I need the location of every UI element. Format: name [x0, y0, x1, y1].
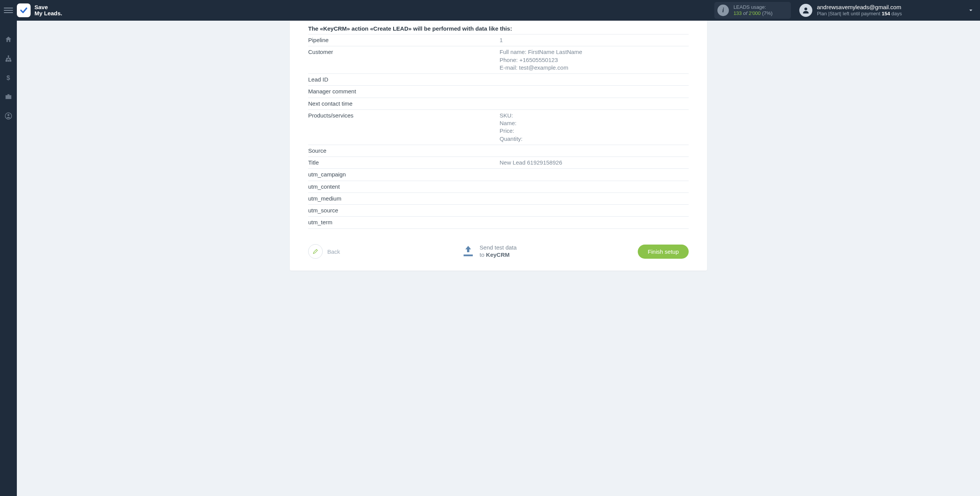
table-row: Lead ID	[308, 74, 689, 86]
finish-setup-button[interactable]: Finish setup	[638, 245, 689, 259]
leads-usage-text: LEADS usage: 133 of 2'000 (7%)	[733, 4, 773, 17]
fields-table: Pipeline1CustomerFull name: FirstName La…	[308, 34, 689, 229]
table-row: Pipeline1	[308, 34, 689, 46]
brand-name: Save My Leads.	[34, 4, 62, 17]
send-test-line-1: Send test data	[480, 244, 517, 251]
table-row: Products/servicesSKU: Name: Price: Quant…	[308, 109, 689, 145]
avatar	[799, 4, 812, 17]
field-key: Customer	[308, 46, 500, 74]
field-value	[500, 74, 689, 86]
back-button[interactable]: Back	[308, 244, 340, 259]
account-days-num: 154	[882, 11, 890, 16]
send-test-button[interactable]: Send test data to KeyCRM	[461, 244, 517, 259]
leads-usage-of: of	[743, 10, 747, 16]
home-icon	[5, 36, 12, 43]
table-row: utm_content	[308, 181, 689, 193]
main-card: The «KeyCRM» action «Create LEAD» will b…	[290, 21, 707, 271]
back-button-circle	[308, 244, 323, 259]
send-test-target: KeyCRM	[486, 251, 510, 258]
field-key: utm_content	[308, 181, 500, 193]
upload-icon	[461, 244, 475, 259]
table-row: utm_term	[308, 217, 689, 228]
account-email: andrewsavemyleads@gmail.com	[817, 4, 902, 11]
send-test-line-2-prefix: to	[480, 251, 486, 258]
field-key: utm_campaign	[308, 169, 500, 181]
account-plan-prefix: Plan |Start| left until payment	[817, 11, 882, 16]
leads-usage-pct: (7%)	[762, 10, 773, 16]
field-value	[500, 86, 689, 98]
pencil-icon	[312, 248, 318, 255]
sidebar-item-connections[interactable]	[3, 54, 13, 64]
field-key: Products/services	[308, 109, 500, 145]
user-circle-icon	[5, 112, 12, 120]
field-value	[500, 193, 689, 204]
field-value: 1	[500, 34, 689, 46]
table-row: Source	[308, 145, 689, 157]
field-key: Lead ID	[308, 74, 500, 86]
svg-point-0	[804, 8, 807, 10]
svg-point-3	[8, 114, 10, 116]
svg-text:$: $	[7, 74, 10, 82]
back-button-label: Back	[327, 248, 340, 255]
field-value: SKU: Name: Price: Quantity:	[500, 109, 689, 145]
send-test-text: Send test data to KeyCRM	[480, 244, 517, 259]
field-key: utm_source	[308, 205, 500, 217]
leads-usage-used: 133	[733, 10, 742, 16]
hamburger-menu-button[interactable]	[4, 6, 13, 15]
leads-usage-total: 2'000	[749, 10, 761, 16]
footer-row: Back Send test data to KeyCRM Finish set…	[290, 229, 707, 259]
field-value	[500, 169, 689, 181]
field-value: New Lead 61929158926	[500, 157, 689, 169]
table-row: Next contact time	[308, 98, 689, 109]
account-dropdown-toggle[interactable]	[967, 7, 975, 14]
app-logo[interactable]	[17, 3, 31, 17]
table-row: CustomerFull name: FirstName LastName Ph…	[308, 46, 689, 74]
table-row: utm_campaign	[308, 169, 689, 181]
account-lines: andrewsavemyleads@gmail.com Plan |Start|…	[817, 4, 902, 17]
sidebar-item-profile[interactable]	[3, 111, 13, 121]
field-key: Manager comment	[308, 86, 500, 98]
table-row: TitleNew Lead 61929158926	[308, 157, 689, 169]
field-key: utm_term	[308, 217, 500, 228]
chevron-down-icon	[968, 7, 974, 13]
brand-line-1: Save	[34, 4, 48, 10]
field-key: utm_medium	[308, 193, 500, 204]
header: Save My Leads. i LEADS usage: 133 of 2'0…	[0, 0, 980, 21]
page-heading: The «KeyCRM» action «Create LEAD» will b…	[308, 25, 689, 32]
info-icon: i	[717, 5, 729, 16]
brand-line-2: My Leads.	[34, 10, 62, 17]
sitemap-icon	[5, 55, 12, 62]
table-row: Manager comment	[308, 86, 689, 98]
sidebar-item-billing[interactable]: $	[3, 73, 13, 83]
field-value	[500, 205, 689, 217]
table-row: utm_source	[308, 205, 689, 217]
field-key: Title	[308, 157, 500, 169]
user-icon	[802, 6, 810, 15]
field-value	[500, 181, 689, 193]
account-plan: Plan |Start| left until payment 154 days	[817, 11, 902, 17]
sidebar-item-home[interactable]	[3, 34, 13, 44]
leads-usage-box[interactable]: i LEADS usage: 133 of 2'000 (7%)	[714, 2, 791, 19]
briefcase-icon	[5, 93, 12, 101]
account-days-suffix: days	[890, 11, 902, 16]
field-key: Source	[308, 145, 500, 157]
sidebar-item-briefcase[interactable]	[3, 92, 13, 102]
table-row: utm_medium	[308, 193, 689, 204]
leads-usage-label: LEADS usage:	[733, 4, 773, 10]
field-value	[500, 98, 689, 109]
dollar-icon: $	[5, 74, 12, 82]
content-area: The «KeyCRM» action «Create LEAD» will b…	[17, 21, 980, 496]
field-key: Next contact time	[308, 98, 500, 109]
sidebar: $	[0, 21, 17, 496]
field-value	[500, 217, 689, 228]
field-key: Pipeline	[308, 34, 500, 46]
account-box[interactable]: andrewsavemyleads@gmail.com Plan |Start|…	[799, 4, 902, 17]
checkmark-icon	[20, 6, 28, 15]
field-value: Full name: FirstName LastName Phone: +16…	[500, 46, 689, 74]
field-value	[500, 145, 689, 157]
